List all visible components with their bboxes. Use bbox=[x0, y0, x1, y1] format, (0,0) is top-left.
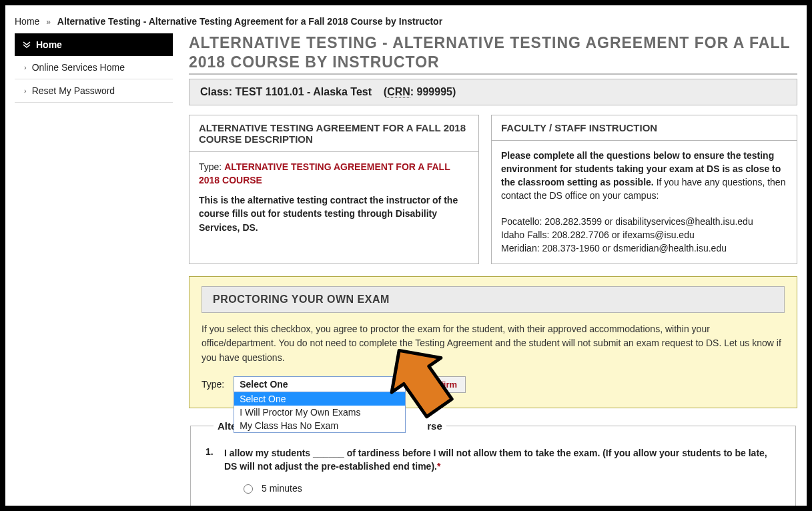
select-selected-value: Select One bbox=[240, 379, 288, 390]
option-label: 10 minutes bbox=[262, 505, 307, 511]
crn-abbr: CRN bbox=[387, 86, 410, 98]
faculty-instruction-panel: FACULTY / STAFF INSTRUCTION Please compl… bbox=[491, 115, 797, 264]
radio-input[interactable] bbox=[244, 484, 253, 494]
sidebar: Home › Online Services Home › Reset My P… bbox=[15, 33, 173, 103]
sidebar-header-label: Home bbox=[36, 39, 62, 50]
proctor-type-label: Type: bbox=[201, 379, 224, 390]
sidebar-item-reset-password[interactable]: › Reset My Password bbox=[15, 79, 173, 103]
question-text: I allow my students ______ of tardiness … bbox=[224, 448, 767, 472]
faculty-panel-heading: FACULTY / STAFF INSTRUCTION bbox=[492, 115, 797, 141]
contact-idaho-falls: Idaho Falls: 208.282.7706 or ifexams@isu… bbox=[501, 228, 787, 241]
contact-pocatello: Pocatello: 208.282.3599 or disabilityser… bbox=[501, 215, 787, 228]
class-label: Class: bbox=[200, 86, 235, 97]
main-content: ALTERNATIVE TESTING - ALTERNATIVE TESTIN… bbox=[189, 33, 797, 511]
class-course: TEST 1101.01 - Alaska Test bbox=[235, 86, 372, 97]
collapse-icon bbox=[23, 40, 31, 49]
sidebar-item-label: Online Services Home bbox=[32, 62, 125, 73]
question-1-option-10min[interactable]: 10 minutes bbox=[240, 504, 781, 511]
proctor-heading: PROCTORING YOUR OWN EXAM bbox=[201, 286, 785, 313]
type-label: Type: bbox=[199, 161, 224, 172]
sidebar-item-label: Reset My Password bbox=[32, 85, 115, 96]
chevron-right-icon: › bbox=[24, 63, 27, 71]
proctor-type-select[interactable]: Select One ▾ Select One I Will Proctor M… bbox=[234, 376, 406, 392]
page-title: ALTERNATIVE TESTING - ALTERNATIVE TESTIN… bbox=[189, 33, 797, 75]
select-option[interactable]: My Class Has No Exam bbox=[234, 419, 405, 432]
description-panel: ALTERNATIVE TESTING AGREEMENT FOR A FALL… bbox=[189, 115, 479, 264]
sidebar-item-online-services[interactable]: › Online Services Home bbox=[15, 56, 173, 79]
breadcrumb-separator-icon: » bbox=[42, 17, 55, 27]
question-number: 1. bbox=[206, 446, 224, 511]
radio-input[interactable] bbox=[244, 506, 253, 511]
description-text: This is the alternative testing contract… bbox=[199, 193, 469, 234]
caret-down-icon: ▾ bbox=[398, 381, 401, 388]
required-asterisk: * bbox=[437, 461, 440, 472]
proctor-section: PROCTORING YOUR OWN EXAM If you select t… bbox=[189, 276, 797, 408]
class-info-bar: Class: TEST 1101.01 - Alaska Test (CRN: … bbox=[189, 79, 797, 105]
legend-suffix: rse bbox=[427, 420, 442, 432]
description-panel-heading: ALTERNATIVE TESTING AGREEMENT FOR A FALL… bbox=[189, 115, 478, 152]
sidebar-header[interactable]: Home bbox=[15, 33, 173, 56]
select-option[interactable]: I Will Proctor My Own Exams bbox=[234, 406, 405, 419]
contact-meridian: Meridian: 208.373-1960 or dsmeridian@hea… bbox=[501, 241, 787, 255]
type-value: ALTERNATIVE TESTING AGREEMENT FOR A FALL… bbox=[199, 161, 450, 185]
question-1: 1. I allow my students ______ of tardine… bbox=[206, 446, 781, 511]
select-option[interactable]: Select One bbox=[234, 392, 405, 406]
proctor-description: If you select this checkbox, you agree t… bbox=[201, 322, 785, 366]
chevron-right-icon: › bbox=[24, 87, 27, 95]
breadcrumb-current: Alternative Testing - Alternative Testin… bbox=[57, 16, 442, 27]
question-1-option-5min[interactable]: 5 minutes bbox=[240, 482, 781, 494]
breadcrumb-home[interactable]: Home bbox=[15, 16, 39, 27]
breadcrumb: Home » Alternative Testing - Alternative… bbox=[15, 12, 797, 33]
confirm-button[interactable]: Confirm bbox=[415, 376, 466, 393]
proctor-type-dropdown: Select One I Will Proctor My Own Exams M… bbox=[234, 392, 406, 433]
crn-value: : 999995 bbox=[410, 86, 452, 97]
questions-fieldset: Altern rse 1. I allow my students ______… bbox=[190, 420, 796, 511]
option-label: 5 minutes bbox=[262, 483, 302, 494]
